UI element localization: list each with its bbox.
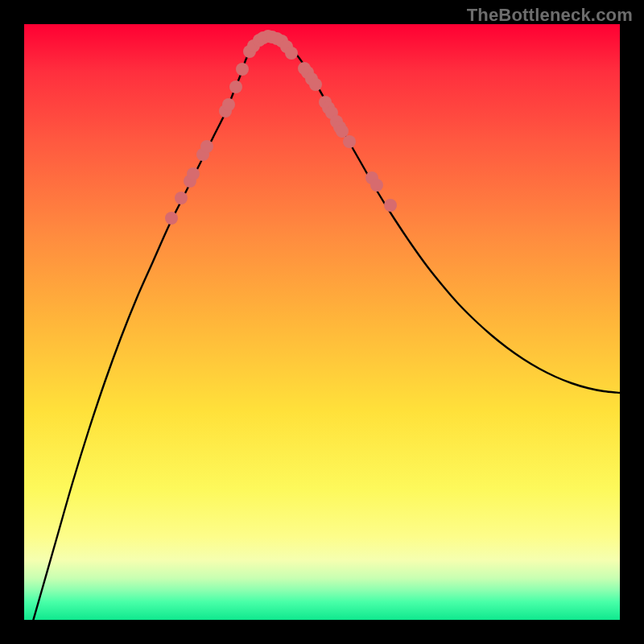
data-dot xyxy=(384,199,397,212)
bottleneck-curve xyxy=(24,35,620,620)
data-dot xyxy=(229,80,242,93)
data-dot xyxy=(165,212,178,225)
data-dot xyxy=(285,47,298,60)
data-dot xyxy=(187,167,200,180)
data-dot xyxy=(370,179,383,192)
chart-stage: TheBottleneck.com xyxy=(0,0,644,644)
data-dot xyxy=(343,135,356,148)
watermark-label: TheBottleneck.com xyxy=(467,5,633,26)
data-dot xyxy=(336,125,349,138)
data-dot xyxy=(222,98,235,111)
data-dots xyxy=(165,30,397,225)
curve-layer xyxy=(24,24,620,620)
data-dot xyxy=(200,140,213,153)
data-dot xyxy=(236,63,249,76)
data-dot xyxy=(309,78,322,91)
data-dot xyxy=(175,192,188,204)
plot-area xyxy=(24,24,620,620)
